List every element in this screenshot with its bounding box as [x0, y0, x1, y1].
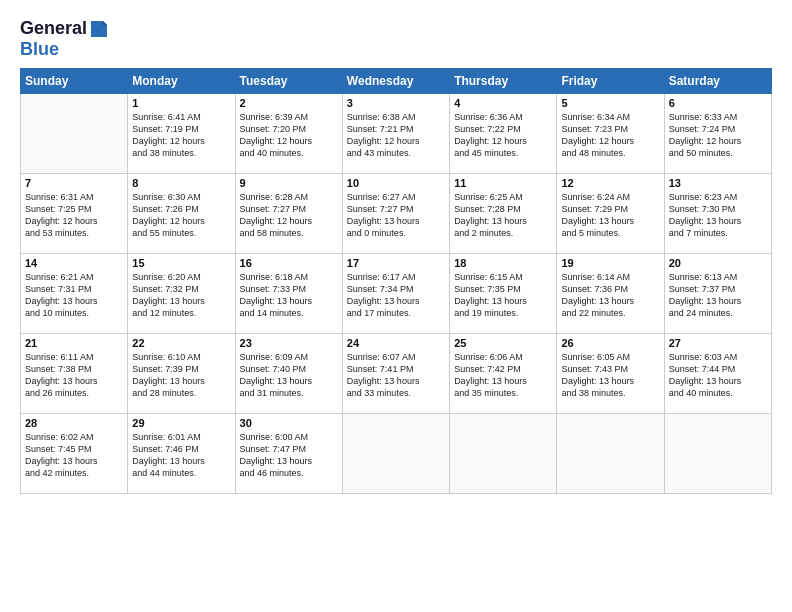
calendar-cell: 25Sunrise: 6:06 AM Sunset: 7:42 PM Dayli… — [450, 334, 557, 414]
day-number: 24 — [347, 337, 445, 349]
day-number: 15 — [132, 257, 230, 269]
day-info: Sunrise: 6:05 AM Sunset: 7:43 PM Dayligh… — [561, 351, 659, 400]
calendar-cell: 7Sunrise: 6:31 AM Sunset: 7:25 PM Daylig… — [21, 174, 128, 254]
calendar-cell: 16Sunrise: 6:18 AM Sunset: 7:33 PM Dayli… — [235, 254, 342, 334]
col-header-tuesday: Tuesday — [235, 69, 342, 94]
col-header-monday: Monday — [128, 69, 235, 94]
calendar-cell: 28Sunrise: 6:02 AM Sunset: 7:45 PM Dayli… — [21, 414, 128, 494]
calendar-cell: 10Sunrise: 6:27 AM Sunset: 7:27 PM Dayli… — [342, 174, 449, 254]
day-info: Sunrise: 6:09 AM Sunset: 7:40 PM Dayligh… — [240, 351, 338, 400]
logo-general-text: General — [20, 18, 87, 39]
day-info: Sunrise: 6:41 AM Sunset: 7:19 PM Dayligh… — [132, 111, 230, 160]
day-info: Sunrise: 6:25 AM Sunset: 7:28 PM Dayligh… — [454, 191, 552, 240]
day-info: Sunrise: 6:36 AM Sunset: 7:22 PM Dayligh… — [454, 111, 552, 160]
day-number: 17 — [347, 257, 445, 269]
day-info: Sunrise: 6:34 AM Sunset: 7:23 PM Dayligh… — [561, 111, 659, 160]
day-info: Sunrise: 6:24 AM Sunset: 7:29 PM Dayligh… — [561, 191, 659, 240]
col-header-sunday: Sunday — [21, 69, 128, 94]
header: General Blue — [20, 18, 772, 60]
day-info: Sunrise: 6:21 AM Sunset: 7:31 PM Dayligh… — [25, 271, 123, 320]
day-number: 4 — [454, 97, 552, 109]
day-number: 5 — [561, 97, 659, 109]
logo: General Blue — [20, 18, 109, 60]
calendar-cell: 18Sunrise: 6:15 AM Sunset: 7:35 PM Dayli… — [450, 254, 557, 334]
day-number: 27 — [669, 337, 767, 349]
day-number: 30 — [240, 417, 338, 429]
day-number: 11 — [454, 177, 552, 189]
day-number: 23 — [240, 337, 338, 349]
calendar-cell: 5Sunrise: 6:34 AM Sunset: 7:23 PM Daylig… — [557, 94, 664, 174]
day-number: 16 — [240, 257, 338, 269]
day-info: Sunrise: 6:06 AM Sunset: 7:42 PM Dayligh… — [454, 351, 552, 400]
calendar-cell: 3Sunrise: 6:38 AM Sunset: 7:21 PM Daylig… — [342, 94, 449, 174]
calendar-cell: 6Sunrise: 6:33 AM Sunset: 7:24 PM Daylig… — [664, 94, 771, 174]
day-info: Sunrise: 6:39 AM Sunset: 7:20 PM Dayligh… — [240, 111, 338, 160]
day-number: 25 — [454, 337, 552, 349]
svg-marker-1 — [103, 21, 107, 25]
calendar-header-row: SundayMondayTuesdayWednesdayThursdayFrid… — [21, 69, 772, 94]
day-info: Sunrise: 6:13 AM Sunset: 7:37 PM Dayligh… — [669, 271, 767, 320]
calendar-cell: 4Sunrise: 6:36 AM Sunset: 7:22 PM Daylig… — [450, 94, 557, 174]
day-number: 12 — [561, 177, 659, 189]
calendar-week-2: 7Sunrise: 6:31 AM Sunset: 7:25 PM Daylig… — [21, 174, 772, 254]
day-info: Sunrise: 6:31 AM Sunset: 7:25 PM Dayligh… — [25, 191, 123, 240]
day-info: Sunrise: 6:38 AM Sunset: 7:21 PM Dayligh… — [347, 111, 445, 160]
day-number: 18 — [454, 257, 552, 269]
calendar-cell: 21Sunrise: 6:11 AM Sunset: 7:38 PM Dayli… — [21, 334, 128, 414]
day-info: Sunrise: 6:17 AM Sunset: 7:34 PM Dayligh… — [347, 271, 445, 320]
day-info: Sunrise: 6:10 AM Sunset: 7:39 PM Dayligh… — [132, 351, 230, 400]
day-number: 26 — [561, 337, 659, 349]
day-number: 14 — [25, 257, 123, 269]
calendar-cell: 22Sunrise: 6:10 AM Sunset: 7:39 PM Dayli… — [128, 334, 235, 414]
calendar-cell: 30Sunrise: 6:00 AM Sunset: 7:47 PM Dayli… — [235, 414, 342, 494]
day-info: Sunrise: 6:07 AM Sunset: 7:41 PM Dayligh… — [347, 351, 445, 400]
calendar-cell: 13Sunrise: 6:23 AM Sunset: 7:30 PM Dayli… — [664, 174, 771, 254]
day-number: 19 — [561, 257, 659, 269]
calendar-cell: 15Sunrise: 6:20 AM Sunset: 7:32 PM Dayli… — [128, 254, 235, 334]
calendar-week-4: 21Sunrise: 6:11 AM Sunset: 7:38 PM Dayli… — [21, 334, 772, 414]
day-number: 13 — [669, 177, 767, 189]
calendar-cell — [342, 414, 449, 494]
day-info: Sunrise: 6:03 AM Sunset: 7:44 PM Dayligh… — [669, 351, 767, 400]
calendar-cell: 8Sunrise: 6:30 AM Sunset: 7:26 PM Daylig… — [128, 174, 235, 254]
col-header-saturday: Saturday — [664, 69, 771, 94]
day-number: 10 — [347, 177, 445, 189]
day-number: 3 — [347, 97, 445, 109]
calendar-week-3: 14Sunrise: 6:21 AM Sunset: 7:31 PM Dayli… — [21, 254, 772, 334]
day-number: 8 — [132, 177, 230, 189]
day-number: 7 — [25, 177, 123, 189]
calendar-cell: 2Sunrise: 6:39 AM Sunset: 7:20 PM Daylig… — [235, 94, 342, 174]
calendar-cell — [21, 94, 128, 174]
day-number: 9 — [240, 177, 338, 189]
col-header-wednesday: Wednesday — [342, 69, 449, 94]
day-info: Sunrise: 6:02 AM Sunset: 7:45 PM Dayligh… — [25, 431, 123, 480]
calendar-cell — [664, 414, 771, 494]
day-info: Sunrise: 6:27 AM Sunset: 7:27 PM Dayligh… — [347, 191, 445, 240]
day-info: Sunrise: 6:11 AM Sunset: 7:38 PM Dayligh… — [25, 351, 123, 400]
day-info: Sunrise: 6:20 AM Sunset: 7:32 PM Dayligh… — [132, 271, 230, 320]
day-info: Sunrise: 6:00 AM Sunset: 7:47 PM Dayligh… — [240, 431, 338, 480]
calendar-cell: 14Sunrise: 6:21 AM Sunset: 7:31 PM Dayli… — [21, 254, 128, 334]
day-number: 21 — [25, 337, 123, 349]
day-number: 28 — [25, 417, 123, 429]
calendar-cell: 24Sunrise: 6:07 AM Sunset: 7:41 PM Dayli… — [342, 334, 449, 414]
col-header-friday: Friday — [557, 69, 664, 94]
calendar-cell: 12Sunrise: 6:24 AM Sunset: 7:29 PM Dayli… — [557, 174, 664, 254]
calendar-cell: 20Sunrise: 6:13 AM Sunset: 7:37 PM Dayli… — [664, 254, 771, 334]
day-number: 6 — [669, 97, 767, 109]
calendar-cell: 17Sunrise: 6:17 AM Sunset: 7:34 PM Dayli… — [342, 254, 449, 334]
logo-icon — [89, 19, 109, 39]
calendar-cell: 27Sunrise: 6:03 AM Sunset: 7:44 PM Dayli… — [664, 334, 771, 414]
day-number: 2 — [240, 97, 338, 109]
calendar-cell: 19Sunrise: 6:14 AM Sunset: 7:36 PM Dayli… — [557, 254, 664, 334]
day-info: Sunrise: 6:15 AM Sunset: 7:35 PM Dayligh… — [454, 271, 552, 320]
calendar-week-1: 1Sunrise: 6:41 AM Sunset: 7:19 PM Daylig… — [21, 94, 772, 174]
day-number: 1 — [132, 97, 230, 109]
logo-blue-text: Blue — [20, 39, 59, 59]
day-info: Sunrise: 6:14 AM Sunset: 7:36 PM Dayligh… — [561, 271, 659, 320]
calendar-cell: 1Sunrise: 6:41 AM Sunset: 7:19 PM Daylig… — [128, 94, 235, 174]
calendar-cell: 29Sunrise: 6:01 AM Sunset: 7:46 PM Dayli… — [128, 414, 235, 494]
page: General Blue SundayMondayTuesdayWednesda… — [0, 0, 792, 612]
day-info: Sunrise: 6:28 AM Sunset: 7:27 PM Dayligh… — [240, 191, 338, 240]
day-info: Sunrise: 6:18 AM Sunset: 7:33 PM Dayligh… — [240, 271, 338, 320]
